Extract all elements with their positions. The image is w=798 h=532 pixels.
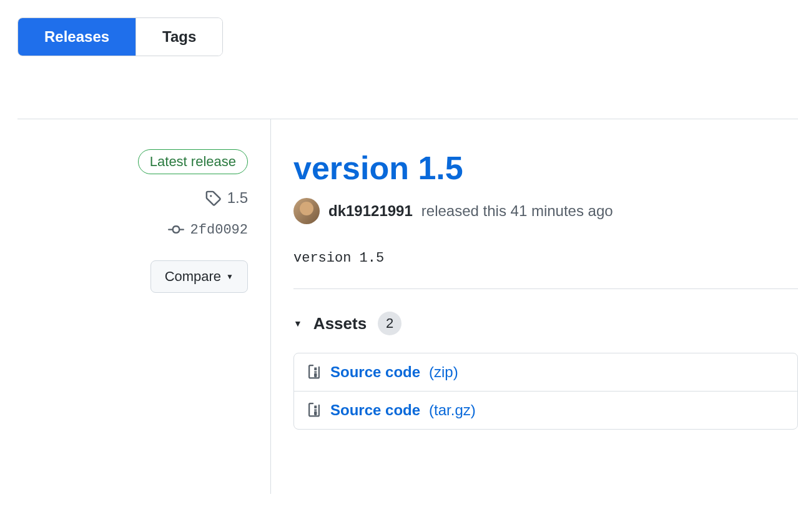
- caret-down-icon: ▼: [293, 318, 302, 328]
- assets-count-badge: 2: [378, 312, 401, 335]
- assets-toggle[interactable]: ▼ Assets 2: [293, 312, 798, 335]
- release-meta: dk19121991 released this 41 minutes ago: [293, 198, 798, 224]
- latest-release-badge: Latest release: [138, 149, 248, 174]
- caret-down-icon: ▼: [226, 272, 234, 281]
- tag-icon: [205, 190, 221, 206]
- commit-hash: 2fd0092: [190, 222, 248, 238]
- commit-icon: [168, 222, 184, 238]
- commit-link[interactable]: 2fd0092: [168, 222, 248, 238]
- assets-list: Source code (zip) Source code (tar.gz): [293, 353, 798, 430]
- asset-source-targz[interactable]: Source code (tar.gz): [294, 392, 797, 429]
- release-description: version 1.5: [293, 250, 798, 266]
- compare-button[interactable]: Compare ▼: [150, 260, 248, 293]
- file-zip-icon: [307, 403, 322, 418]
- release-title[interactable]: version 1.5: [293, 149, 798, 187]
- asset-ext: (zip): [429, 363, 458, 381]
- avatar[interactable]: [293, 198, 320, 224]
- compare-label: Compare: [165, 268, 221, 285]
- divider: [293, 288, 798, 289]
- asset-source-zip[interactable]: Source code (zip): [294, 353, 797, 392]
- file-zip-icon: [307, 365, 322, 380]
- released-time-text: released this 41 minutes ago: [421, 202, 613, 220]
- tab-nav: Releases Tags: [17, 17, 223, 56]
- tag-name: 1.5: [227, 189, 248, 207]
- assets-label: Assets: [313, 314, 367, 333]
- asset-name: Source code: [330, 401, 420, 419]
- release-content: version 1.5 dk19121991 released this 41 …: [271, 119, 798, 494]
- tag-link[interactable]: 1.5: [205, 189, 248, 207]
- asset-ext: (tar.gz): [429, 401, 476, 419]
- asset-name: Source code: [330, 363, 420, 381]
- tab-tags[interactable]: Tags: [135, 18, 222, 56]
- username-link[interactable]: dk19121991: [328, 202, 413, 220]
- tab-releases[interactable]: Releases: [18, 18, 135, 56]
- release-sidebar: Latest release 1.5 2fd0092 Compare ▼: [17, 119, 271, 494]
